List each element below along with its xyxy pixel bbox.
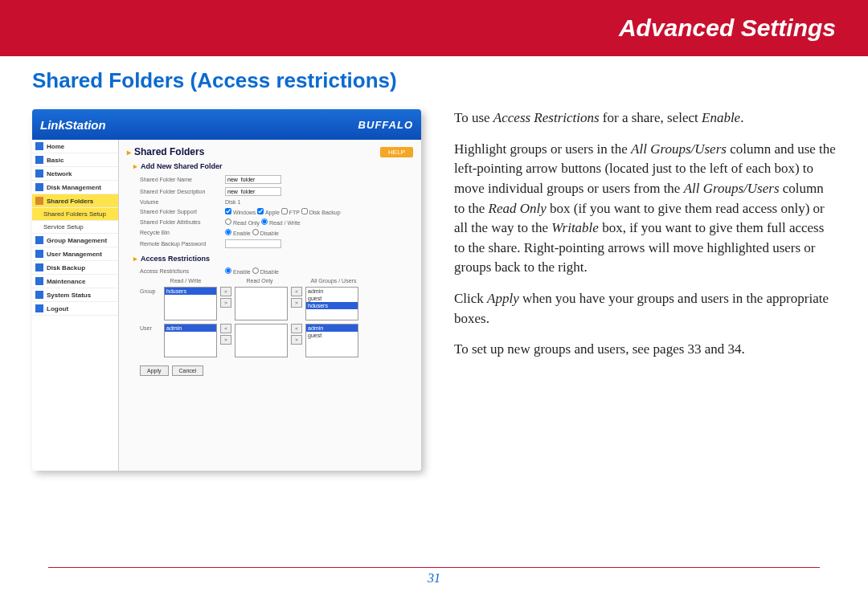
- listbox-user-ro[interactable]: [235, 324, 288, 357]
- label-group: Group: [140, 287, 161, 294]
- sidebar-item-user-management[interactable]: User Management: [32, 247, 118, 261]
- nav-icon: [35, 304, 43, 312]
- nav-icon: [35, 236, 43, 244]
- sidebar-item-logout[interactable]: Logout: [32, 302, 118, 316]
- nav-icon: [35, 277, 43, 285]
- arrow-right-icon[interactable]: >: [220, 335, 231, 345]
- radio-read-write[interactable]: [261, 218, 268, 225]
- listbox-group-ro[interactable]: [235, 287, 288, 320]
- input-remote-backup-pw[interactable]: [225, 239, 281, 248]
- arrow-right-icon[interactable]: >: [220, 298, 231, 308]
- sidebar-item-system-status[interactable]: System Status: [32, 288, 118, 302]
- app-logo: LinkStation: [40, 118, 106, 132]
- panel-title: Shared Folders: [127, 146, 204, 157]
- nav-icon: [35, 263, 43, 271]
- listbox-group-all[interactable]: admin guest hdusers: [305, 287, 358, 320]
- nav-icon: [35, 169, 43, 178]
- label-folder-name: Shared Folder Name: [140, 177, 220, 182]
- nav-icon: [35, 156, 43, 164]
- radio-recycle-disable[interactable]: [252, 229, 259, 235]
- instruction-text: To use Access Restrictions for a share, …: [454, 68, 836, 471]
- subhead-add-folder: Add New Shared Folder: [133, 162, 413, 170]
- col-read-only: Read Only: [233, 278, 286, 284]
- label-recycle: Recycle Bin: [140, 230, 220, 235]
- label-remote-backup-pw: Remote Backup Password: [140, 241, 220, 247]
- nav-icon: [35, 250, 43, 258]
- value-volume: Disk 1: [225, 199, 413, 205]
- radio-ar-enable[interactable]: [225, 267, 231, 274]
- col-read-write: Read / Write: [159, 278, 212, 284]
- header-banner: Advanced Settings: [0, 0, 868, 56]
- page-number: 31: [0, 571, 868, 586]
- listbox-user-all[interactable]: admin guest: [305, 324, 358, 357]
- cancel-button[interactable]: Cancel: [172, 365, 204, 376]
- sidebar-item-shared-folders[interactable]: Shared Folders: [32, 194, 118, 208]
- sidebar-item-group-management[interactable]: Group Management: [32, 234, 118, 247]
- label-volume: Volume: [140, 199, 220, 205]
- checkbox-windows[interactable]: [225, 208, 231, 214]
- arrow-right-icon[interactable]: >: [291, 298, 302, 308]
- header-title: Advanced Settings: [619, 14, 836, 42]
- subhead-access-restrictions: Access Restrictions: [133, 255, 413, 263]
- listbox-user-rw[interactable]: admin: [164, 324, 217, 357]
- app-brand: BUFFALO: [358, 119, 413, 131]
- arrow-left-icon[interactable]: <: [220, 287, 231, 296]
- arrow-left-icon[interactable]: <: [291, 287, 302, 296]
- nav-icon: [35, 197, 43, 205]
- arrow-left-icon[interactable]: <: [291, 324, 302, 333]
- embedded-screenshot: LinkStation BUFFALO Home Basic Network D…: [32, 109, 421, 471]
- nav-icon: [35, 291, 43, 299]
- radio-ar-disable[interactable]: [252, 267, 259, 274]
- input-folder-name[interactable]: [225, 175, 281, 184]
- nav-icon: [35, 183, 43, 191]
- checkbox-apple[interactable]: [257, 208, 264, 214]
- col-all-groups-users: All Groups / Users: [307, 278, 360, 284]
- input-folder-desc[interactable]: [225, 187, 281, 196]
- group-row: Group hdusers <> <> admin guest hdusers: [127, 287, 413, 320]
- help-button[interactable]: HELP: [380, 147, 413, 157]
- main-panel: Shared Folders HELP Add New Shared Folde…: [119, 140, 421, 471]
- sidebar: Home Basic Network Disk Management Share…: [32, 140, 119, 471]
- sidebar-item-basic[interactable]: Basic: [32, 153, 118, 167]
- sidebar-item-disk-management[interactable]: Disk Management: [32, 181, 118, 194]
- label-support: Shared Folder Support: [140, 209, 220, 214]
- radio-recycle-enable[interactable]: [225, 229, 231, 235]
- app-header: LinkStation BUFFALO: [32, 109, 421, 140]
- arrow-left-icon[interactable]: <: [220, 324, 231, 333]
- label-folder-desc: Shared Folder Description: [140, 189, 220, 194]
- sidebar-item-disk-backup[interactable]: Disk Backup: [32, 261, 118, 275]
- sidebar-item-service-setup[interactable]: Service Setup: [32, 221, 118, 234]
- listbox-group-rw[interactable]: hdusers: [164, 287, 217, 320]
- sidebar-item-home[interactable]: Home: [32, 140, 118, 153]
- footer-rule: [48, 567, 820, 568]
- radio-read-only[interactable]: [225, 218, 231, 225]
- label-user: User: [140, 324, 161, 331]
- checkbox-ftp[interactable]: [281, 208, 288, 214]
- apply-button[interactable]: Apply: [140, 365, 169, 376]
- sidebar-item-network[interactable]: Network: [32, 167, 118, 181]
- arrow-right-icon[interactable]: >: [291, 335, 302, 345]
- sidebar-item-maintenance[interactable]: Maintenance: [32, 275, 118, 288]
- user-row: User admin <> <> admin guest: [127, 324, 413, 357]
- footer: 31: [0, 567, 868, 586]
- sidebar-item-shared-folders-setup[interactable]: Shared Folders Setup: [32, 208, 118, 221]
- label-access-restrictions: Access Restrictions: [140, 268, 220, 274]
- label-attributes: Shared Folder Attributes: [140, 219, 220, 225]
- nav-icon: [35, 142, 43, 150]
- section-title: Shared Folders (Access restrictions): [32, 68, 434, 93]
- checkbox-disk-backup[interactable]: [301, 208, 308, 214]
